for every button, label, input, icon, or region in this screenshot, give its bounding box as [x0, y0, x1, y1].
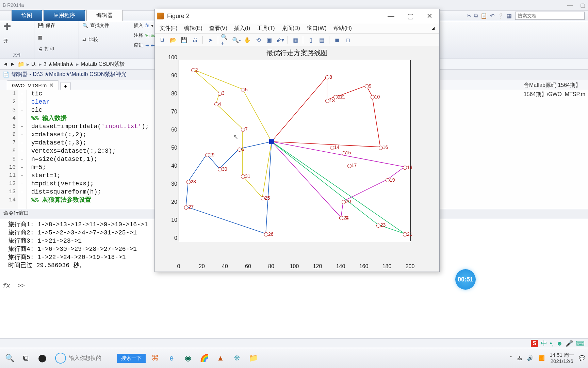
menu-more-icon[interactable]: ◢: [431, 26, 435, 31]
fig-zoomin-icon[interactable]: 🔍+: [221, 35, 230, 45]
addr-seg1[interactable]: D:: [31, 61, 37, 67]
new-icon[interactable]: ➕: [3, 22, 11, 30]
windows-taskbar[interactable]: 🔍 ⧉ ⬤ 搜索一下 ⌘ e ◉ 🌈 ▲ ❋ 📁 ˄ 🖧 🔊 📶 14:51 周…: [0, 348, 588, 368]
tab-plot[interactable]: 绘图: [12, 10, 42, 21]
menu-view[interactable]: 查看(V): [209, 25, 227, 32]
fig-open-icon[interactable]: 📂: [168, 35, 178, 45]
chart-node: 21: [403, 231, 412, 237]
menu-help[interactable]: 帮助(H): [333, 25, 352, 32]
task-view-icon[interactable]: ⧉: [19, 351, 33, 365]
figure-title-text: Figure 2: [167, 13, 379, 20]
compare-icon2[interactable]: ⇄: [82, 37, 86, 42]
tray-vol-icon[interactable]: 🔊: [527, 355, 534, 361]
ime-lang[interactable]: 中: [541, 339, 547, 348]
ie-icon[interactable]: [55, 353, 66, 364]
app-icon-1[interactable]: ⌘: [148, 351, 162, 365]
fig-brush-icon[interactable]: 🖌▾: [275, 35, 285, 45]
minimize-icon[interactable]: —: [567, 2, 573, 8]
tray-wifi-icon[interactable]: 📶: [538, 355, 545, 361]
notification-icon[interactable]: 💬: [579, 355, 585, 361]
taskbar-clock[interactable]: 14:51 周一 2021/12/6: [550, 352, 574, 364]
y-axis-labels: 0102030405060708090100: [164, 57, 177, 241]
fig-link-icon[interactable]: ▦: [291, 35, 300, 45]
edge-icon[interactable]: ◉: [181, 351, 195, 365]
ime-dot-icon[interactable]: •,: [550, 340, 554, 347]
fig-dock-icon[interactable]: ◼: [332, 35, 342, 45]
save-label[interactable]: 保存: [46, 22, 55, 29]
system-tray[interactable]: ˄ 🖧 🔊 📶 14:51 周一 2021/12/6 💬: [510, 352, 585, 364]
app-icon-2[interactable]: ❋: [230, 351, 244, 365]
tray-up-icon[interactable]: ˄: [510, 355, 512, 361]
maximize-icon[interactable]: ▢: [580, 2, 585, 8]
figure-window[interactable]: Figure 2 — ▢ ✕ 文件(F) 编辑(E) 查看(V) 插入(I) 工…: [154, 9, 440, 272]
find-label[interactable]: 查找文件: [90, 22, 109, 29]
print-label[interactable]: 打印: [45, 46, 54, 52]
fig-new-icon[interactable]: 🗋: [158, 35, 167, 45]
chart-node: 13: [325, 98, 335, 103]
insert-label[interactable]: 插入: [134, 22, 143, 29]
sogou-ime-icon[interactable]: S: [531, 340, 538, 347]
copy-icon[interactable]: ⧉: [474, 13, 478, 19]
menu-insert[interactable]: 插入(I): [234, 25, 250, 32]
ime-mic-icon[interactable]: 🎤: [566, 340, 573, 347]
paste-icon[interactable]: 📋: [480, 13, 487, 19]
menu-file[interactable]: 文件(F): [160, 25, 177, 32]
ime-face-icon[interactable]: ☻: [556, 340, 563, 347]
taskbar-search[interactable]: 搜索一下: [55, 353, 146, 364]
compare-label[interactable]: 比较: [88, 36, 98, 43]
fig-print-icon[interactable]: 🖨: [190, 35, 200, 45]
search-docs-input[interactable]: [515, 12, 585, 20]
command-prompt[interactable]: fx >>: [0, 282, 588, 289]
addr-seg3[interactable]: Matalb CSDN紫极: [81, 61, 125, 68]
start-search-icon[interactable]: 🔍: [3, 351, 16, 365]
fig-datatip-icon[interactable]: ▣: [264, 35, 274, 45]
fig-close-icon[interactable]: ✕: [422, 11, 437, 21]
fwd-icon[interactable]: ►: [10, 61, 16, 67]
menu-window[interactable]: 窗口(W): [307, 25, 327, 32]
matlab-taskbar-icon[interactable]: ▲: [214, 351, 227, 365]
figure-toolbar: 🗋 📂 💾 🖨 ➤ 🔍+ 🔍- ✋ ⟲ ▣ 🖌▾ ▦ ▯ ▤ ◼ ◻: [155, 34, 439, 46]
indent-label[interactable]: 缩进: [134, 42, 143, 48]
taskbar-search-button[interactable]: 搜索一下: [117, 354, 146, 363]
addr-seg2[interactable]: 3 ★Matlab★: [44, 61, 74, 67]
save-icon[interactable]: 💾: [38, 23, 44, 28]
fig-colorbar-icon[interactable]: ▯: [306, 35, 315, 45]
matlab-statusbar: S 中 •, ☻ 🎤 ⌨: [0, 338, 588, 348]
explorer-icon[interactable]: 📁: [246, 351, 260, 365]
code-text[interactable]: tic clear clc %% 输入数据 dataset=importdata…: [27, 90, 149, 209]
menu-desktop[interactable]: 桌面(D): [282, 25, 300, 32]
figure-titlebar[interactable]: Figure 2 — ▢ ✕: [155, 9, 439, 23]
tab-editor[interactable]: 编辑器: [86, 10, 122, 21]
fig-undock-icon[interactable]: ◻: [343, 35, 353, 45]
comment-label[interactable]: 注释: [134, 32, 143, 39]
file-tab-active[interactable]: GWO_MTSP.m ✕: [7, 80, 59, 90]
obs-icon[interactable]: ⬤: [35, 351, 49, 365]
fig-maximize-icon[interactable]: ▢: [403, 11, 419, 21]
add-tab-button[interactable]: +: [60, 82, 71, 90]
fig-rotate-icon[interactable]: ⟲: [254, 35, 263, 45]
cut-icon[interactable]: ✂: [467, 13, 471, 19]
menu-edit[interactable]: 编辑(E): [184, 25, 202, 32]
open-label[interactable]: 开: [3, 38, 31, 44]
fig-save-icon[interactable]: 💾: [179, 35, 189, 45]
print-icon[interactable]: 🖨: [38, 46, 43, 52]
fig-pan-icon[interactable]: ✋: [243, 35, 252, 45]
layout-icon[interactable]: ▦: [507, 13, 512, 19]
tab-apps[interactable]: 应用程序: [44, 10, 85, 21]
menu-tools[interactable]: 工具(T): [257, 25, 275, 32]
close-tab-icon[interactable]: ✕: [49, 82, 54, 88]
fig-legend-icon[interactable]: ▤: [317, 35, 326, 45]
find-icon[interactable]: 🔍: [82, 23, 88, 28]
undo-icon[interactable]: ↶: [490, 13, 494, 19]
help-icon[interactable]: ❔: [497, 13, 504, 19]
taskbar-search-input[interactable]: [68, 355, 117, 362]
ime-kbd-icon[interactable]: ⌨: [576, 340, 585, 347]
fig-minimize-icon[interactable]: —: [383, 11, 399, 21]
back-icon[interactable]: ◄: [3, 61, 8, 67]
fig-pointer-icon[interactable]: ➤: [206, 35, 215, 45]
browser-icon[interactable]: 🌈: [197, 351, 211, 365]
cursor-icon: ↖: [233, 133, 238, 141]
tray-net-icon[interactable]: 🖧: [517, 355, 522, 361]
fig-zoomout-icon[interactable]: 🔍-: [232, 35, 241, 45]
edge-legacy-icon[interactable]: e: [165, 351, 178, 365]
